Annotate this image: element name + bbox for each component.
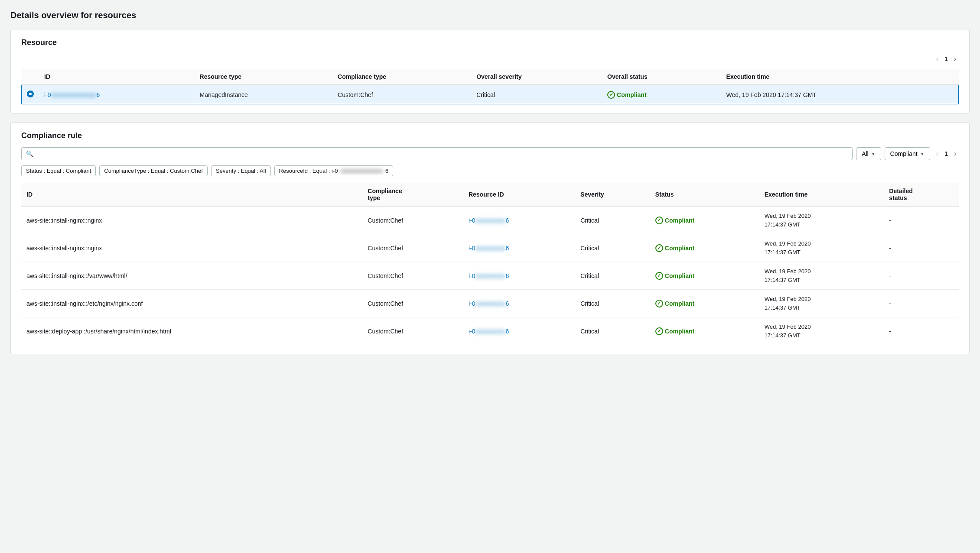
search-filter-row: 🔍 All ▼ Compliant ▼ ‹ 1 › (21, 147, 959, 160)
col-overall-severity: Overall severity (471, 69, 602, 85)
page-title: Details overview for resources (10, 10, 970, 20)
comp-status-cell: ✓ Compliant (650, 206, 759, 234)
status-dropdown-label: Compliant (890, 150, 918, 157)
execution-time-cell: Wed, 19 Feb 2020 17:14:37 GMT (721, 85, 959, 104)
comp-severity-cell: Critical (575, 317, 650, 345)
resource-table-row[interactable]: i-0xxxxxxxxxxxxxxx6 ManagedInstance Cust… (22, 85, 959, 104)
comp-exec-time-cell: Wed, 19 Feb 202017:14:37 GMT (759, 262, 884, 290)
search-icon: 🔍 (26, 150, 33, 157)
compliant-icon: ✓ (607, 91, 615, 99)
comp-resource-id-link[interactable]: i-0xxxxxxxxxx6 (469, 300, 509, 307)
comp-exec-time-cell: Wed, 19 Feb 202017:14:37 GMT (759, 234, 884, 262)
comp-compliance-type-cell: Custom:Chef (362, 206, 463, 234)
status-dropdown-arrow: ▼ (920, 152, 925, 156)
resource-table: ID Resource type Compliance type Overall… (21, 69, 959, 104)
resource-id-filter-blurred: xxxxxxxxxxxxxxx (340, 168, 383, 174)
comp-status-cell: ✓ Compliant (650, 290, 759, 317)
comp-compliant-icon: ✓ (655, 327, 663, 335)
comp-id-cell: aws-site::install-nginx::nginx (21, 234, 362, 262)
col-id: ID (39, 69, 195, 85)
comp-exec-time-cell: Wed, 19 Feb 202017:14:37 GMT (759, 290, 884, 317)
compliance-next-btn[interactable]: › (951, 149, 959, 158)
comp-col-id: ID (21, 183, 362, 206)
comp-resource-id-link[interactable]: i-0xxxxxxxxxx6 (469, 328, 509, 335)
radio-cell[interactable] (22, 85, 39, 104)
comp-resource-id-cell: i-0xxxxxxxxxx6 (463, 317, 575, 345)
comp-detailed-status-cell: - (884, 317, 959, 345)
compliance-page-num: 1 (944, 150, 948, 157)
comp-exec-time-cell: Wed, 19 Feb 202017:14:37 GMT (759, 206, 884, 234)
comp-resource-id-cell: i-0xxxxxxxxxx6 (463, 234, 575, 262)
comp-exec-time-cell: Wed, 19 Feb 202017:14:37 GMT (759, 317, 884, 345)
comp-id-cell: aws-site::install-nginx::/var/www/html/ (21, 262, 362, 290)
status-dropdown[interactable]: Compliant ▼ (885, 147, 930, 160)
comp-detailed-status-cell: - (884, 262, 959, 290)
comp-col-resource-id: Resource ID (463, 183, 575, 206)
comp-resource-id-link[interactable]: i-0xxxxxxxxxx6 (469, 272, 509, 279)
compliance-table-row: aws-site::install-nginx::/etc/nginx/ngin… (21, 290, 959, 317)
compliance-panel: Compliance rule 🔍 All ▼ Compliant ▼ ‹ 1 … (10, 122, 970, 354)
comp-compliant-icon: ✓ (655, 300, 663, 307)
compliance-table-row: aws-site::install-nginx::nginx Custom:Ch… (21, 206, 959, 234)
comp-severity-cell: Critical (575, 290, 650, 317)
comp-resource-blurred: xxxxxxxxxx (475, 245, 505, 252)
comp-compliant-badge: ✓ Compliant (655, 217, 694, 224)
comp-id-cell: aws-site::install-nginx::nginx (21, 206, 362, 234)
comp-status-cell: ✓ Compliant (650, 317, 759, 345)
filter-tag-2[interactable]: Severity : Equal : All (211, 165, 271, 176)
all-dropdown-label: All (862, 150, 869, 157)
filter-tag-0[interactable]: Status : Equal : Compliant (21, 165, 96, 176)
comp-detailed-status-cell: - (884, 234, 959, 262)
comp-compliant-badge: ✓ Compliant (655, 300, 694, 307)
comp-compliant-icon: ✓ (655, 244, 663, 252)
resource-pagination: ‹ 1 › (21, 54, 959, 64)
comp-detailed-status-cell: - (884, 290, 959, 317)
comp-compliance-type-cell: Custom:Chef (362, 234, 463, 262)
col-execution-time: Execution time (721, 69, 959, 85)
compliance-prev-btn[interactable]: ‹ (934, 149, 941, 158)
comp-col-status: Status (650, 183, 759, 206)
radio-button[interactable] (27, 91, 34, 97)
resource-type-cell: ManagedInstance (195, 85, 332, 104)
col-resource-type: Resource type (195, 69, 332, 85)
col-compliance-type: Compliance type (332, 69, 471, 85)
resource-next-btn[interactable]: › (951, 54, 959, 64)
compliance-table-row: aws-site::install-nginx::/var/www/html/ … (21, 262, 959, 290)
comp-resource-blurred: xxxxxxxxxx (475, 300, 505, 307)
comp-status-cell: ✓ Compliant (650, 262, 759, 290)
resource-panel-title: Resource (21, 38, 959, 47)
comp-status-cell: ✓ Compliant (650, 234, 759, 262)
compliance-panel-title: Compliance rule (21, 131, 959, 140)
comp-compliance-type-cell: Custom:Chef (362, 317, 463, 345)
comp-col-detailed-status: Detailedstatus (884, 183, 959, 206)
all-dropdown[interactable]: All ▼ (856, 147, 881, 160)
filter-tag-1[interactable]: ComplianceType : Equal : Custom:Chef (99, 165, 208, 176)
comp-resource-id-link[interactable]: i-0xxxxxxxxxx6 (469, 245, 509, 252)
comp-compliant-badge: ✓ Compliant (655, 272, 694, 280)
comp-id-cell: aws-site::deploy-app::/usr/share/nginx/h… (21, 317, 362, 345)
comp-id-cell: aws-site::install-nginx::/etc/nginx/ngin… (21, 290, 362, 317)
comp-resource-blurred: xxxxxxxxxx (475, 217, 505, 224)
compliance-table-row: aws-site::install-nginx::nginx Custom:Ch… (21, 234, 959, 262)
comp-severity-cell: Critical (575, 206, 650, 234)
compliant-badge: ✓ Compliant (607, 91, 646, 99)
search-input[interactable] (37, 150, 848, 157)
comp-compliant-icon: ✓ (655, 272, 663, 280)
comp-resource-blurred: xxxxxxxxxx (475, 272, 505, 279)
comp-compliant-badge: ✓ Compliant (655, 327, 694, 335)
comp-severity-cell: Critical (575, 262, 650, 290)
all-dropdown-arrow: ▼ (871, 152, 876, 156)
comp-compliance-type-cell: Custom:Chef (362, 290, 463, 317)
resource-id-link[interactable]: i-0xxxxxxxxxxxxxxx6 (44, 91, 100, 98)
col-radio (22, 69, 39, 85)
comp-resource-id-link[interactable]: i-0xxxxxxxxxx6 (469, 217, 509, 224)
comp-compliant-badge: ✓ Compliant (655, 244, 694, 252)
filter-tag-3[interactable]: ResourceId : Equal : i-0xxxxxxxxxxxxxxx6 (274, 165, 394, 176)
col-overall-status: Overall status (602, 69, 721, 85)
search-box[interactable]: 🔍 (21, 147, 853, 160)
filter-tags-row: Status : Equal : CompliantComplianceType… (21, 165, 959, 176)
comp-col-severity: Severity (575, 183, 650, 206)
resource-prev-btn[interactable]: ‹ (934, 54, 941, 64)
comp-resource-blurred: xxxxxxxxxx (475, 328, 505, 335)
resource-page-num: 1 (944, 55, 948, 62)
